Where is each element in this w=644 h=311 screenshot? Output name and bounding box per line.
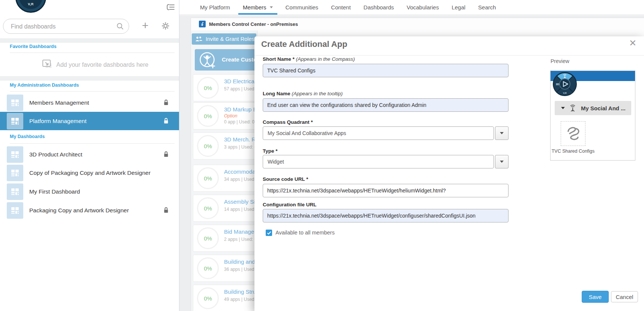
lock-icon — [164, 207, 169, 215]
app-title-link[interactable]: Bid Manager — [224, 228, 256, 235]
divider — [10, 143, 175, 144]
dropdown-arrow-button[interactable] — [495, 126, 509, 140]
save-button[interactable]: Save — [582, 291, 609, 303]
dialog-title: Create Additional App — [261, 39, 347, 49]
drag-favorite-icon — [42, 59, 53, 72]
collapse-sidebar-icon[interactable] — [167, 4, 175, 12]
dropdown-arrow-button[interactable] — [495, 155, 509, 168]
ds-logo-icon — [565, 126, 581, 141]
search-icon — [116, 23, 124, 32]
nav-communities[interactable]: Communities — [279, 0, 325, 15]
usage-percent-badge: 0% — [197, 77, 219, 99]
preview-panel: 3D V,R My Social And ... TVC Shared Conf… — [550, 71, 635, 161]
compass-quadrant-select[interactable]: My Social And Collaborative Apps — [263, 126, 509, 140]
dashboard-label: Copy of Packaging Copy and Artwork Desig… — [29, 164, 150, 182]
nav-vocabularies[interactable]: Vocabularies — [400, 0, 445, 15]
antenna-icon — [569, 104, 576, 112]
short-name-field[interactable] — [263, 64, 509, 77]
preview-quadrant-text: My Social And ... — [581, 105, 626, 111]
create-additional-app-dialog: Create Additional App ✕ Short Name * (Ap… — [254, 36, 644, 311]
page-header: Members Control Center - onPremises — [199, 21, 298, 27]
preview-app-caption: TVC Shared Configs — [551, 148, 596, 154]
dashboard-grid-icon — [7, 165, 23, 181]
sidebar-item-my-first-dashboard[interactable]: My First Dashboard — [0, 182, 179, 201]
nav-dashboards[interactable]: Dashboards — [357, 0, 400, 15]
long-name-field[interactable] — [263, 98, 509, 112]
app-option-tag: Option — [224, 113, 237, 119]
app-runner-icon — [199, 21, 206, 27]
my-dashboards-section-title: My Dashboards — [10, 134, 45, 139]
gear-icon[interactable] — [161, 22, 170, 32]
divider — [254, 55, 644, 56]
dashboard-label: Packaging Copy and Artwork Designer — [29, 201, 129, 219]
cancel-button[interactable]: Cancel — [611, 291, 638, 302]
dashboard-label: Platform Management — [29, 112, 87, 130]
dashboard-grid-icon — [7, 113, 23, 129]
top-navigation: My Platform Members Communities Content … — [179, 0, 644, 15]
chevron-down-icon — [500, 132, 504, 134]
source-url-field[interactable] — [263, 184, 509, 197]
divider — [10, 53, 175, 53]
sidebar-item-packaging-designer[interactable]: Packaging Copy and Artwork Designer — [0, 201, 179, 219]
sidebar-search-row: + — [0, 15, 179, 38]
app-icon-placeholder — [561, 121, 585, 146]
favorites-hint-text: Add your favorite dashboards here — [56, 62, 148, 68]
sidebar-top-bar: V,R — [0, 0, 179, 15]
usage-percent-badge: 0% — [197, 227, 219, 249]
nav-legal[interactable]: Legal — [445, 0, 472, 15]
sidebar-divider-band — [0, 38, 179, 43]
favorites-section-title: Favorite Dashboards — [10, 44, 56, 49]
sidebar: V,R + — [0, 0, 179, 311]
chevron-down-icon — [561, 107, 565, 109]
type-label: Type * — [263, 148, 278, 154]
dashboard-label: My First Dashboard — [29, 182, 80, 201]
svg-text:3D: 3D — [556, 83, 559, 86]
dashboard-search[interactable] — [3, 19, 129, 34]
preview-label: Preview — [551, 58, 569, 64]
sidebar-divider-band — [0, 76, 179, 81]
add-dashboard-button[interactable]: + — [140, 20, 151, 32]
create-person-plus-icon — [199, 51, 216, 70]
3dexperience-logo[interactable]: V,R — [15, 0, 46, 13]
dashboard-label: Members Management — [29, 93, 89, 112]
search-input[interactable] — [10, 20, 117, 34]
nav-search[interactable]: Search — [472, 0, 503, 15]
nav-my-platform[interactable]: My Platform — [194, 0, 236, 15]
close-icon[interactable]: ✕ — [629, 39, 636, 48]
preview-quadrant-bar[interactable]: My Social And ... — [555, 101, 631, 115]
dashboard-grid-icon — [7, 183, 23, 200]
admin-section-title: My Administration Dashboards — [10, 83, 79, 88]
config-url-field[interactable] — [263, 209, 509, 222]
usage-percent-badge: 0% — [197, 257, 219, 279]
compass-quadrant-label: Compass Quadrant * — [263, 119, 313, 125]
usage-percent-badge: 0% — [197, 135, 219, 157]
lock-icon — [164, 99, 169, 107]
sidebar-item-3d-product-architect[interactable]: 3D Product Architect — [0, 145, 179, 164]
page-title: Members Control Center - onPremises — [209, 21, 298, 27]
compass-icon: 3D V,R — [552, 72, 577, 98]
available-to-all-label: Available to all members — [275, 230, 335, 236]
invite-grant-roles-button[interactable]: Invite & Grant Roles — [192, 33, 256, 45]
sidebar-item-members-management[interactable]: Members Management — [0, 93, 179, 112]
config-url-label: Configuration file URL — [263, 202, 316, 207]
check-icon — [267, 231, 271, 235]
source-url-label: Source code URL * — [263, 176, 308, 182]
svg-text:V,R: V,R — [563, 92, 567, 94]
dashboard-label: 3D Product Architect — [29, 145, 82, 164]
nav-content[interactable]: Content — [325, 0, 357, 15]
type-select[interactable]: Widget — [263, 155, 509, 168]
sidebar-item-platform-management[interactable]: Platform Management — [0, 112, 179, 130]
usage-percent-badge: 0% — [197, 197, 219, 219]
available-to-all-checkbox[interactable] — [266, 230, 272, 236]
usage-percent-badge: 0% — [197, 287, 219, 309]
nav-members[interactable]: Members — [236, 0, 279, 15]
lock-icon — [164, 118, 169, 125]
selected-type-value[interactable]: Widget — [263, 155, 494, 168]
selected-quadrant-value[interactable]: My Social And Collaborative Apps — [263, 126, 494, 140]
chevron-down-icon — [500, 161, 504, 163]
divider — [10, 91, 175, 92]
usage-percent-badge: 0% — [197, 105, 219, 127]
logo-version-text: V,R — [17, 2, 45, 6]
chevron-down-icon — [270, 6, 273, 8]
sidebar-item-copy-of-packaging[interactable]: Copy of Packaging Copy and Artwork Desig… — [0, 164, 179, 182]
